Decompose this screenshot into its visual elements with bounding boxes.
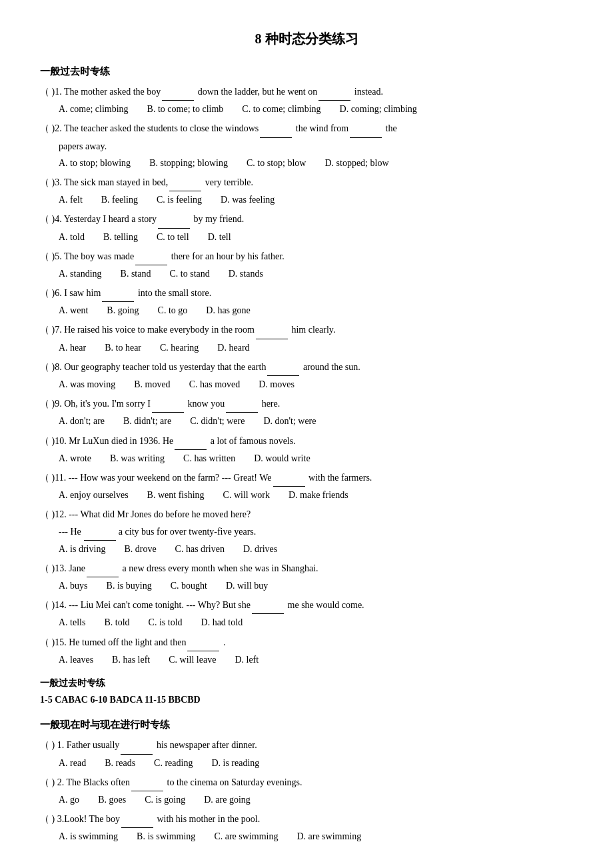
section2-title: 一般现在时与现在进行时专练 xyxy=(40,716,573,734)
q6-optB: B. going xyxy=(107,302,139,319)
s2q2-optC: C. is going xyxy=(145,791,185,808)
q2-optA: A. to stop; blowing xyxy=(59,155,131,171)
q14-optC: C. is told xyxy=(149,614,183,631)
q5-options: A. standing B. stand C. to stand D. stan… xyxy=(59,265,573,282)
q3-blank1 xyxy=(169,174,201,191)
q13-optB: B. is buying xyxy=(107,577,152,594)
s2q1-optB: B. reads xyxy=(105,755,135,771)
s2q2-text2: to the cinema on Saturday evenings. xyxy=(165,774,302,791)
q15-optA: A. leaves xyxy=(59,651,93,668)
s2q3-options: A. is swimming B. is swimming C. are swi… xyxy=(59,828,573,845)
q3-num: )3. The sick man stayed in bed, xyxy=(49,174,168,191)
s2q1-num: ) 1. Father usually xyxy=(49,737,119,753)
q7-optC: C. hearing xyxy=(160,339,199,356)
s2q3-text2: with his mother in the pool. xyxy=(155,811,260,827)
q2-optB: B. stopping; blowing xyxy=(149,155,228,171)
q6-options: A. went B. going C. to go D. has gone xyxy=(59,302,573,319)
q1-num: )1. The mother asked the boy xyxy=(49,83,161,100)
q4-optB: B. telling xyxy=(103,229,138,245)
q4-optA: A. told xyxy=(59,229,85,245)
q1-optC: C. to come; climbing xyxy=(242,101,320,117)
q12-num: )12. --- What did Mr Jones do before he … xyxy=(49,506,251,523)
q11-optB: B. went fishing xyxy=(147,487,205,503)
q8-options: A. was moving B. moved C. has moved D. m… xyxy=(59,376,573,393)
q6-blank1 xyxy=(102,285,134,302)
q8-paren: （ xyxy=(40,359,49,375)
q12-optA: A. is driving xyxy=(59,541,105,557)
q12-paren: （ xyxy=(40,506,49,523)
q12-sub1: --- He xyxy=(59,523,81,540)
q9-options: A. don't; are B. didn't; are C. didn't; … xyxy=(59,413,573,429)
question-2: （ )2. The teacher asked the students to … xyxy=(40,120,573,171)
q8-optD: D. moves xyxy=(259,376,295,393)
q7-optA: A. hear xyxy=(59,339,86,356)
q1-optA: A. come; climbing xyxy=(59,101,129,117)
q5-paren: （ xyxy=(40,248,49,265)
q12-text2: a city bus for over twenty-five years. xyxy=(119,523,256,540)
s2q3-optA: A. is swimming xyxy=(59,828,118,845)
s2q3-paren: （ xyxy=(40,811,49,827)
q7-blank1 xyxy=(256,321,288,339)
q14-optB: B. told xyxy=(104,614,129,631)
s2q1-paren: （ xyxy=(40,737,49,753)
q11-optC: C. will work xyxy=(223,487,270,503)
q3-optD: D. was feeling xyxy=(221,191,275,208)
s2q1-optD: D. is reading xyxy=(211,755,259,771)
s2q3-optB: B. is swimming xyxy=(137,828,195,845)
q13-options: A. buys B. is buying C. bought D. will b… xyxy=(59,577,573,594)
q2-text2: the wind from xyxy=(293,120,348,137)
q6-optA: A. went xyxy=(59,302,88,319)
q11-optD: D. make friends xyxy=(289,487,348,503)
q5-blank1 xyxy=(135,248,167,265)
s2q2-blank1 xyxy=(131,774,163,791)
q14-optD: D. had told xyxy=(201,614,243,631)
question-6: （ )6. I saw him into the small store. A.… xyxy=(40,285,573,319)
question-12: （ )12. --- What did Mr Jones do before h… xyxy=(40,506,573,557)
q9-optA: A. don't; are xyxy=(59,413,105,429)
q8-blank1 xyxy=(267,359,299,376)
q14-paren: （ xyxy=(40,597,49,613)
answers-section1: 一般过去时专练 1-5 CABAC 6-10 BADCA 11-15 BBCBD xyxy=(40,675,573,708)
q7-paren: （ xyxy=(40,321,49,338)
q4-optD: D. tell xyxy=(208,229,231,245)
q1-blank2 xyxy=(318,83,350,101)
q7-text2: him clearly. xyxy=(289,321,335,338)
s2q3-blank1 xyxy=(121,811,153,828)
q9-blank2 xyxy=(226,395,258,413)
question-1: （ )1. The mother asked the boy down the … xyxy=(40,83,573,117)
question-4: （ )4. Yesterday I heard a story by my fr… xyxy=(40,211,573,245)
q5-optC: C. to stand xyxy=(169,265,209,282)
q10-paren: （ xyxy=(40,433,49,449)
question-15: （ )15. He turned off the light and then … xyxy=(40,634,573,668)
q3-optB: B. feeling xyxy=(101,191,138,208)
q12-options: A. is driving B. drove C. has driven D. … xyxy=(59,541,573,557)
q1-optB: B. to come; to climb xyxy=(147,101,224,117)
q4-options: A. told B. telling C. to tell D. tell xyxy=(59,229,573,245)
q2-optC: C. to stop; blow xyxy=(247,155,306,171)
q6-text2: into the small store. xyxy=(135,285,211,301)
q3-text2: very terrible. xyxy=(203,174,253,191)
q10-optA: A. wrote xyxy=(59,450,91,467)
question-7: （ )7. He raised his voice to make everyb… xyxy=(40,321,573,355)
q5-text2: there for an hour by his father. xyxy=(169,248,284,265)
q13-paren: （ xyxy=(40,560,49,577)
q5-optB: B. stand xyxy=(121,265,151,282)
q6-optC: C. to go xyxy=(158,302,188,319)
s2q3-num: ) 3.Look! The boy xyxy=(49,811,120,827)
page-title: 8 种时态分类练习 xyxy=(40,27,573,51)
q15-num: )15. He turned off the light and then xyxy=(49,634,186,651)
q2-blank1 xyxy=(260,120,292,137)
q13-optC: C. bought xyxy=(171,577,207,594)
question-10: （ )10. Mr LuXun died in 1936. He a lot o… xyxy=(40,433,573,467)
q8-text2: around the sun. xyxy=(301,359,360,375)
q11-text2: with the farmers. xyxy=(306,469,372,486)
q9-optC: C. didn't; were xyxy=(190,413,245,429)
s2q2-optB: B. goes xyxy=(98,791,126,808)
q14-num: )14. --- Liu Mei can't come tonight. ---… xyxy=(49,597,251,613)
q6-optD: D. has gone xyxy=(206,302,251,319)
q1-paren: （ xyxy=(40,83,49,100)
q10-text2: a lot of famous novels. xyxy=(208,433,295,449)
q14-optA: A. tells xyxy=(59,614,85,631)
q13-blank1 xyxy=(87,560,119,577)
s2q3-optC: C. are swimming xyxy=(214,828,278,845)
